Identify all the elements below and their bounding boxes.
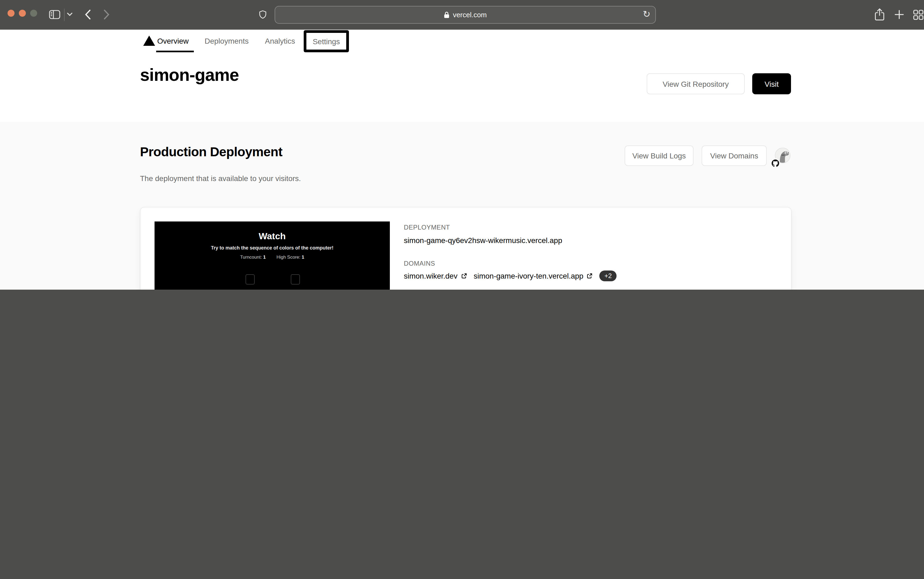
game-pad-square xyxy=(246,274,255,285)
section-heading: Production Deployment xyxy=(140,144,282,160)
view-git-repository-button[interactable]: View Git Repository xyxy=(647,73,745,94)
deployment-url: simon-game-qy6ev2hsw-wikermusic.vercel.a… xyxy=(404,236,562,245)
production-deployment-section: Production Deployment The deployment tha… xyxy=(0,122,924,290)
github-badge-icon xyxy=(771,159,780,168)
settings-highlight-box: Settings xyxy=(304,30,349,52)
reload-icon[interactable]: ↻ xyxy=(643,9,651,20)
game-pad-square xyxy=(291,274,300,285)
url-text: vercel.com xyxy=(453,11,487,19)
game-title: Watch xyxy=(155,231,390,242)
back-button[interactable] xyxy=(85,9,91,20)
domain-link-1[interactable]: simon.wiker.dev xyxy=(404,272,467,280)
tab-analytics[interactable]: Analytics xyxy=(265,37,295,45)
more-domains-badge[interactable]: +2 xyxy=(600,270,616,281)
traffic-light-minimize-button[interactable] xyxy=(19,10,26,17)
browser-toolbar: vercel.com ↻ xyxy=(0,0,924,30)
section-description: The deployment that is available to your… xyxy=(140,174,301,183)
lock-icon xyxy=(444,11,450,18)
share-icon[interactable] xyxy=(875,8,885,21)
tab-settings[interactable]: Settings xyxy=(313,37,340,46)
domain-link-2[interactable]: simon-game-ivory-ten.vercel.app xyxy=(474,272,593,280)
deployment-label: DEPLOYMENT xyxy=(404,224,450,231)
traffic-light-zoom-button[interactable] xyxy=(30,10,37,17)
privacy-shield-icon[interactable] xyxy=(259,10,267,20)
project-nav: Overview Deployments Analytics Settings xyxy=(0,29,924,52)
external-link-icon xyxy=(460,272,467,280)
tab-overview[interactable]: Overview xyxy=(157,37,189,45)
external-link-icon xyxy=(586,272,593,280)
visit-button[interactable]: Visit xyxy=(752,73,791,94)
toolbar-divider xyxy=(64,9,65,21)
traffic-light-close-button[interactable] xyxy=(8,10,15,17)
vercel-project-overview-page: vercel.com ↻ Overview xyxy=(0,0,924,290)
vercel-logo-icon[interactable] xyxy=(143,36,155,46)
sidebar-toggle-icon[interactable] xyxy=(49,10,60,20)
forward-button[interactable] xyxy=(103,9,110,20)
chevron-down-icon[interactable] xyxy=(67,12,73,17)
view-build-logs-button[interactable]: View Build Logs xyxy=(625,146,694,166)
view-domains-button[interactable]: View Domains xyxy=(702,146,767,166)
deployment-card: Watch Try to match the sequence of color… xyxy=(140,207,792,290)
game-subtitle: Try to match the sequence of colors of t… xyxy=(155,245,390,250)
tab-deployments[interactable]: Deployments xyxy=(205,37,248,45)
deployment-preview-screenshot[interactable]: Watch Try to match the sequence of color… xyxy=(155,221,390,290)
page-title: simon-game xyxy=(140,65,239,85)
tab-overview-grid-icon[interactable] xyxy=(913,10,924,20)
new-tab-plus-icon[interactable] xyxy=(895,10,904,20)
domains-label: DOMAINS xyxy=(404,260,435,267)
project-header: simon-game View Git Repository Visit xyxy=(0,52,924,122)
domains-row: simon.wiker.dev simon-game-ivory-ten.ver… xyxy=(404,270,616,281)
game-scores: Turncount: 1 High Score: 1 xyxy=(155,254,390,260)
address-bar[interactable]: vercel.com ↻ xyxy=(275,6,656,24)
